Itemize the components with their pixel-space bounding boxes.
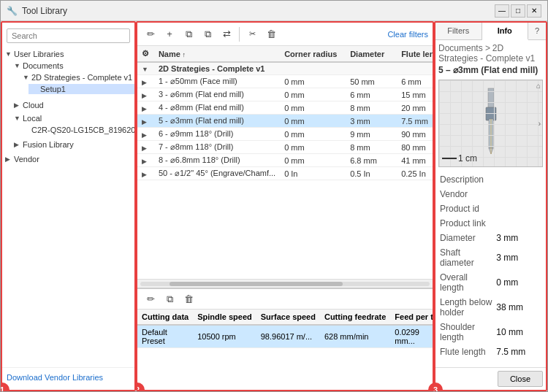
table-row[interactable]: ▶ 3 - ⌀6mm (Flat end mill) 0 mm 6 mm 15 … (137, 88, 433, 101)
table-row[interactable]: ▶ 1 - ⌀50mm (Face mill) 0 mm 50 mm 6 mm … (137, 75, 433, 88)
tree-item-c2r: ▶ C2R-QS20-LG15CB_8196202 (20, 123, 134, 137)
row-radius-4: 0 mm (280, 115, 346, 128)
right-panel: 3 Filters Info ? Documents > 2D Strategi… (434, 21, 547, 391)
row-name-7: 8 - ⌀6.8mm 118° (Drill) (154, 154, 280, 167)
tab-filters[interactable]: Filters (435, 23, 482, 39)
documents-children: ▼ 2D Strategies - Complete v1 ▶ Setup1 (11, 71, 134, 97)
cutting-col-data[interactable]: Cutting data (137, 310, 193, 325)
tree-label-documents[interactable]: ▼ Documents (11, 61, 134, 71)
row-expand-8[interactable]: ▶ (137, 167, 154, 180)
top-toolbar: ✏ + ⧉ ⧉ ⇄ ✂ 🗑 Clear filters (137, 23, 433, 46)
scale-line (442, 158, 457, 159)
tool-table-container[interactable]: ⚙ Name Corner radius Diameter Flute leng… (137, 46, 433, 279)
row-expand-2[interactable]: ▶ (137, 88, 154, 101)
col-header-settings[interactable]: ⚙ (137, 46, 154, 62)
tree-label-2d-strategies[interactable]: ▼ 2D Strategies - Complete v1 (20, 72, 134, 82)
tree-label-user-libraries[interactable]: ▼ User Libraries (2, 49, 134, 59)
group-name: 2D Strategies - Complete v1 (154, 62, 433, 75)
search-input[interactable] (7, 28, 130, 43)
row-expand-3[interactable]: ▶ (137, 101, 154, 115)
cutting-row[interactable]: Default Preset 10500 rpm 98.96017 m/... … (137, 325, 433, 348)
scrollbar-thumb[interactable] (170, 282, 343, 286)
minimize-button[interactable]: — (495, 4, 509, 18)
move-tool-button[interactable]: ⇄ (218, 26, 235, 43)
prop-label-description: Description (440, 173, 495, 186)
preview-nav-top[interactable]: ⌂ (536, 82, 541, 90)
row-radius-2: 0 mm (280, 88, 346, 101)
horizontal-scrollbar[interactable] (140, 282, 430, 286)
row-diameter-3: 8 mm (346, 101, 397, 115)
row-expand-4[interactable]: ▶ (137, 115, 154, 128)
maximize-button[interactable]: □ (511, 4, 525, 18)
cutting-table-container[interactable]: Cutting data Spindle speed Surface speed… (137, 310, 433, 390)
delete-cutting-button[interactable]: 🗑 (180, 291, 197, 308)
title-bar: 🔧 Tool Library — □ ✕ (1, 1, 547, 21)
table-row[interactable]: ▶ 50 - ⌀1/2" 45° (Engrave/Chamf... 0 In … (137, 167, 433, 180)
row-expand-5[interactable]: ▶ (137, 128, 154, 141)
table-row[interactable]: ▶ 8 - ⌀6.8mm 118° (Drill) 0 mm 6.8 mm 41… (137, 154, 433, 167)
row-expand-6[interactable]: ▶ (137, 141, 154, 154)
text-c2r: C2R-QS20-LG15CB_8196202 (31, 126, 134, 134)
preview-nav-right[interactable]: › (539, 120, 541, 128)
cut-tool-button[interactable]: ✂ (243, 26, 261, 43)
tree-label-vendor[interactable]: ▶ Vendor (2, 154, 134, 164)
tab-info[interactable]: Info (482, 23, 529, 40)
arrow-cloud: ▶ (14, 101, 23, 109)
col-header-flute[interactable]: Flute length (397, 46, 433, 62)
tree-label-cloud[interactable]: ▶ Cloud (11, 100, 134, 110)
table-row[interactable]: ▶ 7 - ⌀8mm 118° (Drill) 0 mm 8 mm 80 mm … (137, 141, 433, 154)
toolbar-sep (239, 27, 240, 42)
delete-tool-button[interactable]: 🗑 (262, 26, 280, 43)
prop-label-productid: Product id (440, 202, 495, 215)
row-expand-7[interactable]: ▶ (137, 154, 154, 167)
cutting-col-spindle[interactable]: Spindle speed (193, 310, 256, 325)
col-header-name[interactable]: Name (154, 46, 280, 62)
add-tool-button[interactable]: + (161, 26, 178, 43)
prop-row-flute: Flute length 7.5 mm (440, 345, 541, 358)
prop-row-diameter: Diameter 3 mm (440, 231, 541, 245)
prop-value-overall: 0 mm (496, 271, 541, 294)
scale-label: 1 cm (458, 153, 477, 164)
download-vendor-link[interactable]: Download Vendor Libraries (7, 373, 103, 382)
tree-label-setup1[interactable]: ▶ Setup1 (28, 84, 134, 94)
row-flute-4: 7.5 mm (397, 115, 433, 128)
clear-filters-link[interactable]: Clear filters (387, 30, 428, 39)
row-flute-7: 41 mm (397, 154, 433, 167)
right-footer: Close (435, 367, 546, 390)
copy2-tool-button[interactable]: ⧉ (199, 26, 216, 43)
tree-label-c2r[interactable]: ▶ C2R-QS20-LG15CB_8196202 (20, 125, 134, 135)
prop-value-shoulder: 10 mm (496, 320, 541, 344)
col-header-diameter[interactable]: Diameter (346, 46, 397, 62)
row-radius-3: 0 mm (280, 101, 346, 115)
row-expand-1[interactable]: ▶ (137, 75, 154, 88)
table-row-selected[interactable]: ▶ 5 - ⌀3mm (Flat end mill) 0 mm 3 mm 7.5… (137, 115, 433, 128)
horizontal-scrollbar-area[interactable] (137, 279, 433, 288)
tool-library-window: 🔧 Tool Library — □ ✕ 1 ▼ User Libraries (0, 0, 548, 392)
cutting-col-surface[interactable]: Surface speed (256, 310, 320, 325)
group-expand[interactable]: ▼ (137, 62, 154, 75)
row-diameter-1: 50 mm (346, 75, 397, 88)
row-radius-5: 0 mm (280, 128, 346, 141)
tree-item-vendor: ▶ Vendor (2, 153, 134, 166)
library-tree: ▼ User Libraries ▼ Documents (2, 46, 134, 367)
table-row[interactable]: ▶ 6 - ⌀9mm 118° (Drill) 0 mm 9 mm 90 mm … (137, 128, 433, 141)
edit-tool-button[interactable]: ✏ (142, 26, 159, 43)
close-button[interactable]: Close (498, 371, 543, 387)
prop-value-vendor (496, 188, 541, 201)
sidebar: 1 ▼ User Libraries ▼ Documents (1, 21, 136, 391)
close-window-button[interactable]: ✕ (527, 4, 541, 18)
col-header-radius[interactable]: Corner radius (280, 46, 346, 62)
row-flute-1: 6 mm (397, 75, 433, 88)
cutting-col-cutting[interactable]: Cutting feedrate (320, 310, 390, 325)
help-button[interactable]: ? (528, 23, 546, 39)
copy-tool-button[interactable]: ⧉ (180, 26, 197, 43)
table-row[interactable]: ▶ 4 - ⌀8mm (Flat end mill) 0 mm 8 mm 20 … (137, 101, 433, 115)
cutting-col-feed[interactable]: Feed per t (390, 310, 433, 325)
tree-item-setup1: ▶ Setup1 (28, 82, 134, 96)
info-panel: Documents > 2D Strategies - Complete v1 … (435, 40, 546, 367)
edit-cutting-button[interactable]: ✏ (142, 291, 159, 308)
tree-label-local[interactable]: ▼ Local (11, 113, 134, 123)
copy-cutting-button[interactable]: ⧉ (161, 291, 178, 308)
tree-label-fusion-library[interactable]: ▶ Fusion Library (11, 139, 134, 150)
sidebar-footer: Download Vendor Libraries (2, 367, 134, 387)
